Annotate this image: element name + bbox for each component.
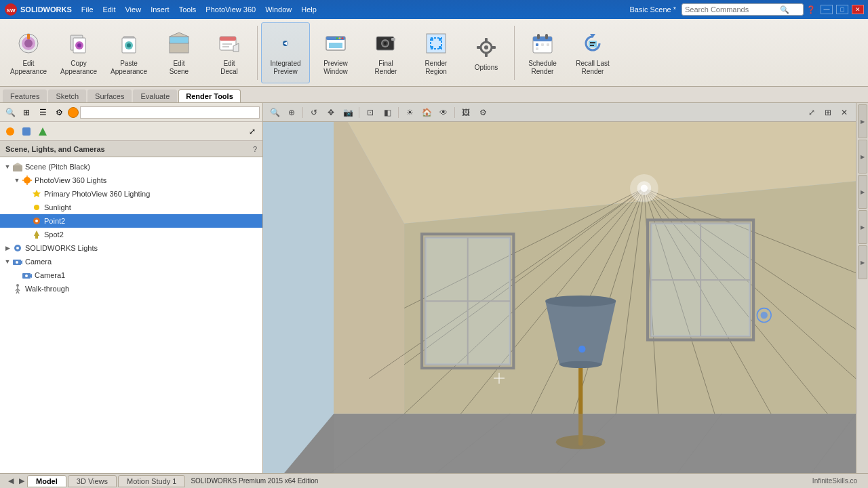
panel-search-input[interactable] [80,106,260,119]
menu-edit[interactable]: Edit [99,4,120,15]
tree-item-point2[interactable]: ▶ Point2 [0,214,262,228]
panel-color-icon[interactable] [68,107,79,118]
expander-scene[interactable]: ▼ [3,162,12,171]
tab-features[interactable]: Features [3,89,47,102]
integrated-preview-button[interactable]: Integrated Preview [261,22,310,83]
pv360-lights-label: PhotoView 360 Lights [35,176,106,184]
search-input[interactable] [685,5,780,14]
right-btn-2[interactable]: ▶ [858,140,867,174]
menu-view[interactable]: View [121,4,145,15]
tab-sketch[interactable]: Sketch [48,89,86,102]
vp-display-btn[interactable]: ◧ [380,106,395,119]
svg-rect-15 [170,37,189,43]
vp-settings-btn[interactable]: ⚙ [475,106,490,119]
tree-item-sunlight[interactable]: ▶ Sunlight [0,201,262,214]
vp-close-btn[interactable]: ✕ [837,106,852,119]
vp-split-btn[interactable]: ⊞ [821,106,835,119]
tab-surfaces[interactable]: Surfaces [87,89,132,102]
final-render-button[interactable]: Final Render [361,22,410,83]
close-button[interactable]: ✕ [852,5,864,14]
tab-evaluate[interactable]: Evaluate [133,89,177,102]
viewport[interactable]: 🔍 ⊕ ↺ ✥ 📷 ⊡ ◧ ☀ 🏠 👁 🖼 ⚙ ⤢ ⊞ ✕ [263,103,856,473]
tree-item-primary-lighting[interactable]: ▶ Primary PhotoView 360 Lighting [0,187,262,201]
bottom-tab-model[interactable]: Model [27,475,66,487]
paste-appearance-button[interactable]: Paste Appearance [104,22,153,83]
menu-file[interactable]: File [77,4,98,15]
schedule-render-button[interactable]: Schedule Render [518,22,567,83]
render-region-button[interactable]: Render Region [412,22,460,83]
panel-btn-a[interactable] [3,124,18,139]
nav-prev-icon[interactable]: ◀ [5,476,16,485]
restore-button[interactable]: □ [836,5,848,14]
tree-item-walk-through[interactable]: ▶ Walk-through [0,282,262,296]
vp-zoom-btn[interactable]: ⊕ [284,106,299,119]
tree-item-spot2[interactable]: ▶ Spot2 [0,228,262,241]
expander-pv360-lights[interactable]: ▼ [12,176,22,185]
bottom-tab-3d-views[interactable]: 3D Views [68,475,117,487]
svg-rect-58 [589,41,597,47]
tree-item-scene[interactable]: ▼ Scene (Pitch Black) [0,160,262,174]
panel-btn-b[interactable] [19,124,34,139]
expander-camera[interactable]: ▼ [3,257,12,266]
vp-hide-btn[interactable]: 👁 [436,106,451,119]
vp-sep3 [398,107,399,118]
vp-rotate-btn[interactable]: ↺ [307,106,321,119]
menu-window[interactable]: Window [261,4,296,15]
svg-point-30 [339,37,341,39]
paste-appearance-label: Paste Appearance [111,60,147,76]
options-label: Options [475,64,498,72]
right-btn-5[interactable]: ▶ [858,245,867,279]
panel-btn-c[interactable] [35,124,50,139]
tab-render-tools[interactable]: Render Tools [178,89,240,102]
vp-scene-btn[interactable]: 🏠 [419,106,434,119]
svg-point-44 [484,45,488,49]
recall-last-render-label: Recall Last Render [576,60,609,76]
vp-lighting-btn[interactable]: ☀ [402,106,417,119]
vp-sep4 [454,107,455,118]
edit-decal-button[interactable]: Edit Decal [205,22,254,83]
right-btn-1[interactable]: ▶ [858,104,867,138]
right-btn-4[interactable]: ▶ [858,210,867,244]
vp-image-btn[interactable]: 🖼 [458,106,473,119]
sunlight-label: Sunlight [44,203,71,211]
svg-point-61 [6,127,14,136]
vp-maximize-btn[interactable]: ⤢ [804,106,819,119]
menu-help[interactable]: Help [297,4,321,15]
panel-filter-icon[interactable]: ⚙ [52,105,66,120]
final-render-icon [372,30,399,57]
bottom-tab-motion-study[interactable]: Motion Study 1 [118,475,185,487]
panel-search-icon[interactable]: 🔍 [3,105,18,120]
scene-panel-help[interactable]: ? [253,145,257,153]
tab-row: Features Sketch Surfaces Evaluate Render… [0,87,868,103]
expander-sw-lights[interactable]: ▶ [3,243,12,253]
options-button[interactable]: Options [462,22,511,83]
nav-next-icon[interactable]: ▶ [16,476,27,485]
integrated-preview-label: Integrated Preview [270,60,300,76]
tree-item-camera1[interactable]: ▶ Camera1 [0,268,262,282]
search-box[interactable]: 🔍 [682,3,804,16]
right-btn-3[interactable]: ▶ [858,175,867,209]
tree-item-camera[interactable]: ▼ Camera [0,255,262,268]
minimize-button[interactable]: — [821,5,833,14]
svg-rect-56 [536,47,538,50]
menu-photoview[interactable]: PhotoView 360 [201,4,260,15]
panel-grid-icon[interactable]: ⊞ [19,105,34,120]
edit-scene-button[interactable]: Edit Scene [155,22,203,83]
edit-appearance-button[interactable]: Edit Appearance [4,22,53,83]
help-icon[interactable]: ❓ [806,5,816,14]
copy-appearance-button[interactable]: Copy Appearance [54,22,103,83]
vp-zoom-fit-btn[interactable]: 🔍 [267,106,282,119]
preview-window-button[interactable]: Preview Window [311,22,360,83]
vp-camera-btn[interactable]: 📷 [340,106,355,119]
vp-section-btn[interactable]: ⊡ [363,106,378,119]
menu-tools[interactable]: Tools [175,4,201,15]
svg-marker-80 [21,260,22,264]
tree-item-sw-lights[interactable]: ▶ SOLIDWORKS Lights [0,241,262,255]
panel-list-icon[interactable]: ☰ [35,105,50,120]
panel-expand-icon[interactable]: ⤢ [245,124,260,139]
recall-last-render-button[interactable]: Recall Last Render [568,22,617,83]
menu-insert[interactable]: Insert [146,4,174,15]
tree-item-pv360-lights[interactable]: ▼ PhotoView 360 Lights [0,174,262,187]
vp-pan-btn[interactable]: ✥ [323,106,338,119]
svg-marker-63 [39,127,47,136]
